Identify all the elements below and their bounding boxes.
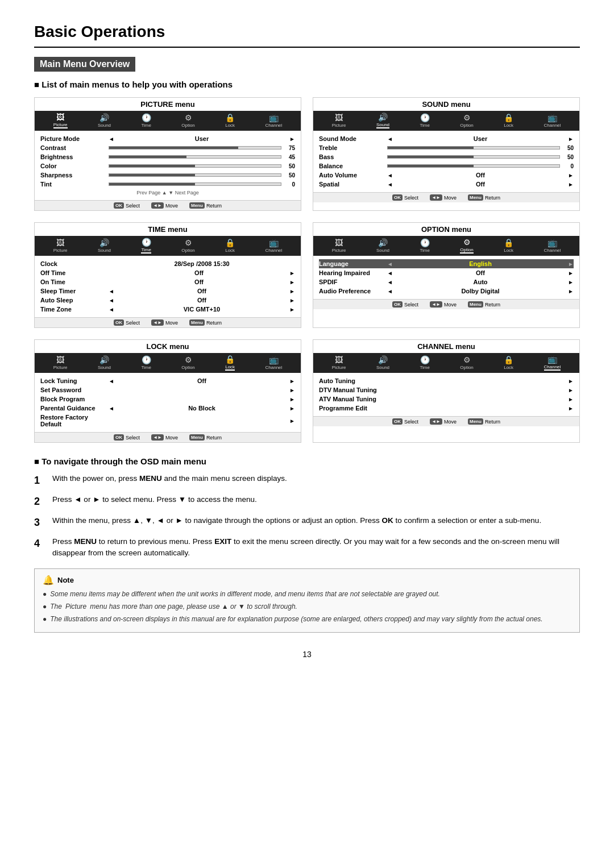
note-list: Some menu items may be different when th…: [43, 589, 571, 624]
l-channel-icon: 📺: [269, 356, 279, 364]
nav-l-time: 🕐 Time: [141, 356, 151, 370]
nav-s-lock: 🔒 Lock: [504, 114, 513, 128]
navigation-section: To navigate through the OSD main menu 1 …: [34, 456, 580, 559]
option-nav-bar: 🖼 Picture 🔊 Sound 🕐 Time ⚙ Option 🔒 Lock…: [313, 236, 579, 256]
o-picture-icon: 🖼: [335, 239, 343, 247]
c-channel-icon: 📺: [547, 355, 557, 363]
c-clock-icon: 🕐: [420, 356, 430, 364]
channel-nav-bar: 🖼 Picture 🔊 Sound 🕐 Time ⚙ Option 🔒 Lock…: [313, 353, 579, 373]
nav-l-lock: 🔒 Lock: [225, 355, 235, 371]
option-menu-title: OPTION menu: [313, 223, 579, 236]
nav-c-channel: 📺 Channel: [544, 355, 561, 371]
time-row-on-time: On Time Off ►: [40, 277, 295, 286]
nav-lock: 🔒 Lock: [225, 114, 235, 128]
channel-row-programme-edit: Programme Edit ►: [319, 404, 574, 413]
nav-t-option: ⚙ Option: [181, 239, 195, 253]
sound-row-auto-volume: Auto Volume ◄ Off ►: [319, 171, 574, 180]
channel-menu-footer: OK Select ◄► Move Menu Return: [313, 416, 579, 426]
c-lock-icon: 🔒: [504, 356, 513, 364]
l-option-icon: ⚙: [185, 356, 192, 364]
note-item-3: The illustrations and on-screen displays…: [43, 614, 571, 624]
page-title: Basic Operations: [34, 23, 580, 41]
menus-grid: PICTURE menu 🖼 Picture 🔊 Sound 🕐 Time ⚙ …: [34, 97, 580, 443]
channel-menu-content: Auto Tuning ► DTV Manual Tuning ► ATV Ma…: [313, 373, 579, 416]
c-sound-icon: 🔊: [378, 356, 388, 364]
picture-row-contrast: Contrast 75: [40, 143, 295, 152]
lock-row-block-program: Block Program ►: [40, 394, 295, 404]
nav-l-option: ⚙ Option: [181, 356, 195, 370]
nav-option: ⚙ Option: [181, 114, 195, 128]
c-option-icon: ⚙: [463, 356, 471, 364]
time-menu-content: Clock 28/Sep /2008 15:30 Off Time Off ► …: [35, 256, 301, 317]
o-lock-icon: 🔒: [504, 239, 513, 247]
lock-icon: 🔒: [225, 114, 235, 122]
lock-row-tuning: Lock Tuning ◄ Off ►: [40, 376, 295, 385]
nav-l-sound: 🔊 Sound: [98, 356, 111, 370]
option-menu-footer: OK Select ◄► Move Menu Return: [313, 299, 579, 309]
picture-icon: 🖼: [56, 113, 64, 121]
nav-c-picture: 🖼 Picture: [332, 356, 346, 370]
s-channel-icon: 📺: [547, 114, 557, 122]
nav-c-sound: 🔊 Sound: [376, 356, 389, 370]
t-option-icon: ⚙: [185, 239, 192, 247]
s-clock-icon: 🕐: [420, 114, 430, 122]
t-sound-icon: 🔊: [99, 239, 109, 247]
s-lock-icon: 🔒: [504, 114, 513, 122]
clock-icon: 🕐: [142, 114, 151, 122]
picture-row-color: Color 50: [40, 161, 295, 171]
channel-row-dtv-manual: DTV Manual Tuning ►: [319, 385, 574, 394]
channel-menu-title: CHANNEL menu: [313, 340, 579, 353]
picture-menu-content: Picture Mode ◄ User ► Contrast 75 Bright…: [35, 131, 301, 200]
time-row-timezone: Time Zone ◄ VIC GMT+10 ►: [40, 305, 295, 314]
section-header: Main Menu Overview: [34, 57, 580, 80]
sound-row-mode: Sound Mode ◄ User ►: [319, 134, 574, 143]
picture-row-mode: Picture Mode ◄ User ►: [40, 134, 295, 143]
nav-sound: 🔊 Sound: [98, 114, 111, 128]
s-picture-icon: 🖼: [335, 114, 343, 122]
step-list: 1 With the power on, press MENU and the …: [34, 473, 580, 559]
lock-row-password: Set Password ►: [40, 385, 295, 394]
step-4: 4 Press MENU to return to previous menu.…: [34, 536, 580, 559]
step-3: 3 Within the menu, press ▲, ▼, ◄ or ► to…: [34, 515, 580, 530]
lock-menu-content: Lock Tuning ◄ Off ► Set Password ► Block…: [35, 373, 301, 432]
option-menu: OPTION menu 🖼 Picture 🔊 Sound 🕐 Time ⚙ O…: [313, 222, 580, 328]
note-box: 🔔 Note Some menu items may be different …: [34, 568, 580, 633]
sound-row-balance: Balance 0: [319, 161, 574, 171]
sound-nav-bar: 🖼 Picture 🔊 Sound 🕐 Time ⚙ Option 🔒 Lock…: [313, 111, 579, 131]
sound-row-treble: Treble 50: [319, 143, 574, 152]
nav-c-lock: 🔒 Lock: [504, 356, 513, 370]
l-picture-icon: 🖼: [56, 356, 64, 364]
o-clock-icon: 🕐: [420, 239, 430, 247]
note-title: 🔔 Note: [43, 575, 571, 585]
time-row-clock: Clock 28/Sep /2008 15:30: [40, 259, 295, 268]
sound-menu-title: SOUND menu: [313, 98, 579, 111]
picture-menu-title: PICTURE menu: [35, 98, 301, 111]
nav-t-channel: 📺 Channel: [265, 239, 283, 253]
nav-l-picture: 🖼 Picture: [53, 356, 68, 370]
time-nav-bar: 🖼 Picture 🔊 Sound 🕐 Time ⚙ Option 🔒 Lock…: [35, 236, 301, 256]
navigation-title: To navigate through the OSD main menu: [34, 456, 580, 466]
l-lock-icon: 🔒: [225, 355, 235, 363]
time-menu-footer: OK Select ◄► Move Menu Return: [35, 317, 301, 327]
channel-row-auto-tuning: Auto Tuning ►: [319, 376, 574, 385]
nav-o-lock: 🔒 Lock: [504, 239, 513, 253]
picture-nav-bar: 🖼 Picture 🔊 Sound 🕐 Time ⚙ Option 🔒 Lock…: [35, 111, 301, 131]
nav-c-time: 🕐 Time: [420, 356, 429, 370]
lock-row-factory-default: Restore Factory Default ►: [40, 413, 295, 429]
picture-menu-footer: OK Select ◄► Move Menu Return: [35, 200, 301, 210]
lock-menu-footer: OK Select ◄► Move Menu Return: [35, 432, 301, 442]
section-subtitle: List of main menus to help you with oper…: [34, 80, 580, 89]
lock-nav-bar: 🖼 Picture 🔊 Sound 🕐 Time ⚙ Option 🔒 Lock…: [35, 353, 301, 373]
t-lock-icon: 🔒: [225, 239, 235, 247]
nav-t-picture: 🖼 Picture: [53, 239, 68, 253]
sound-row-spatial: Spatial ◄ Off ►: [319, 180, 574, 189]
t-channel-icon: 📺: [269, 239, 279, 247]
l-clock-icon: 🕐: [142, 356, 151, 364]
nav-s-sound: 🔊 Sound: [376, 113, 389, 128]
picture-prev-next: Prev Page ▲ ▼ Next Page: [40, 189, 295, 197]
o-sound-icon: 🔊: [378, 239, 388, 247]
s-option-icon: ⚙: [463, 114, 471, 122]
lock-row-parental: Parental Guidance ◄ No Block ►: [40, 404, 295, 413]
option-row-language: Language ◄ English ►: [319, 259, 574, 268]
step-1: 1 With the power on, press MENU and the …: [34, 473, 580, 488]
